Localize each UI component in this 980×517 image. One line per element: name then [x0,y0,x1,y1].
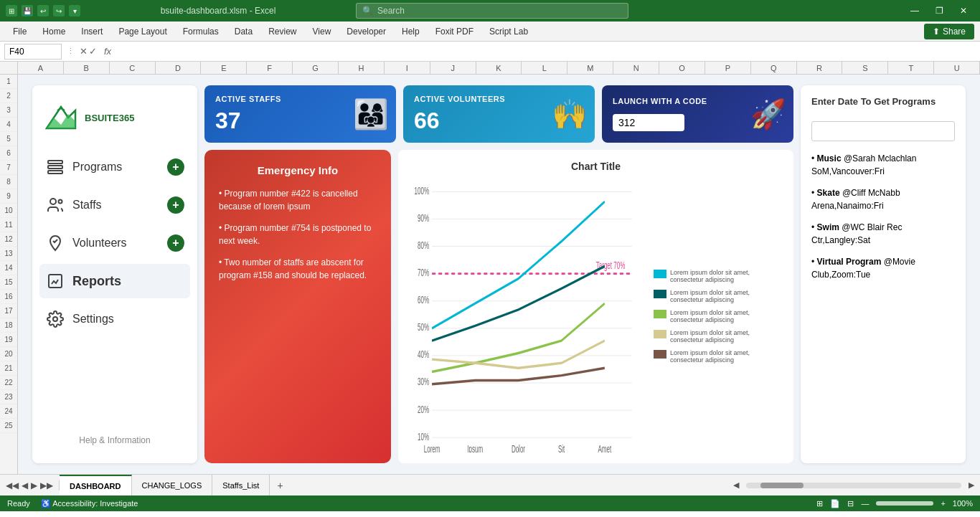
row-4[interactable]: 4 [0,118,17,132]
menu-review[interactable]: Review [261,24,303,39]
sidebar-item-staffs[interactable]: Staffs + [39,188,190,222]
row-23[interactable]: 23 [0,390,17,404]
menu-developer[interactable]: Developer [339,24,393,39]
sidebar-item-volunteers[interactable]: Volunteers + [39,226,190,260]
horizontal-scrollbar[interactable] [746,483,961,488]
row-11[interactable]: 11 [0,218,17,232]
sheet-staffs-list[interactable]: Staffs_List [212,475,270,495]
row-5[interactable]: 5 [0,132,17,146]
sheet-nav-last[interactable]: ▶▶ [40,480,53,490]
save-icon[interactable]: 💾 [22,5,33,16]
zoom-slider[interactable] [876,501,933,506]
col-g[interactable]: G [293,62,339,74]
sheet-nav-first[interactable]: ◀◀ [6,480,19,490]
zoom-out-icon[interactable]: — [861,499,869,508]
col-r[interactable]: R [797,62,843,74]
col-d[interactable]: D [156,62,202,74]
col-o[interactable]: O [659,62,705,74]
col-m[interactable]: M [567,62,613,74]
menu-view[interactable]: View [306,24,339,39]
sidebar-item-programs[interactable]: Programs + [39,150,190,184]
menu-formulas[interactable]: Formulas [176,24,226,39]
customize-icon[interactable]: ▾ [69,5,80,16]
row-20[interactable]: 20 [0,347,17,361]
col-i[interactable]: I [385,62,430,74]
col-t[interactable]: T [888,62,934,74]
scrollbar-left-icon[interactable]: ◀ [733,480,739,490]
menu-data[interactable]: Data [227,24,260,39]
col-h[interactable]: H [339,62,385,74]
row-10[interactable]: 10 [0,204,17,218]
row-1[interactable]: 1 [0,75,17,89]
view-normal-icon[interactable]: ⊞ [816,499,823,508]
sheet-nav-next[interactable]: ▶ [31,480,37,490]
col-f[interactable]: F [247,62,293,74]
search-bar[interactable]: 🔍 Search [356,3,628,19]
col-c[interactable]: C [110,62,156,74]
name-box[interactable]: F40 [4,44,62,60]
col-e[interactable]: E [201,62,247,74]
row-16[interactable]: 16 [0,290,17,304]
menu-page-layout[interactable]: Page Layout [111,24,174,39]
row-15[interactable]: 15 [0,275,17,290]
row-7[interactable]: 7 [0,161,17,175]
menu-foxit[interactable]: Foxit PDF [428,24,481,39]
menu-scriptlab[interactable]: Script Lab [482,24,535,39]
scrollbar-right-icon[interactable]: ▶ [969,480,974,490]
close-button[interactable]: ✕ [953,4,974,18]
undo-icon[interactable]: ↩ [37,5,49,16]
maximize-button[interactable]: ❐ [928,4,950,18]
staffs-add-button[interactable]: + [167,196,184,214]
row-9[interactable]: 9 [0,189,17,204]
menu-file[interactable]: File [6,24,34,39]
menu-insert[interactable]: Insert [74,24,110,39]
confirm-formula-icon[interactable]: ✓ [89,46,97,57]
launch-code-input[interactable] [613,114,684,131]
row-2[interactable]: 2 [0,89,17,103]
sidebar-item-settings[interactable]: Settings [39,302,190,336]
view-pagebreak-icon[interactable]: ⊟ [847,499,854,508]
row-19[interactable]: 19 [0,333,17,347]
formula-input[interactable] [118,44,976,60]
row-17[interactable]: 17 [0,304,17,318]
row-22[interactable]: 22 [0,376,17,390]
col-u[interactable]: U [934,62,980,74]
col-j[interactable]: J [430,62,476,74]
volunteers-add-button[interactable]: + [167,234,184,252]
sheet-add-button[interactable]: + [270,477,290,494]
share-button[interactable]: ⬆ Share [924,24,974,39]
row-8[interactable]: 8 [0,175,17,189]
sheet-nav-prev[interactable]: ◀ [22,480,28,490]
row-14[interactable]: 14 [0,261,17,275]
col-a[interactable]: A [18,62,64,74]
row-13[interactable]: 13 [0,247,17,261]
row-21[interactable]: 21 [0,361,17,376]
sheet-change-logs[interactable]: CHANGE_LOGS [132,475,213,495]
menu-help[interactable]: Help [395,24,427,39]
minimize-button[interactable]: — [904,4,925,18]
col-s[interactable]: S [842,62,888,74]
row-3[interactable]: 3 [0,103,17,118]
col-n[interactable]: N [613,62,659,74]
row-6[interactable]: 6 [0,146,17,161]
col-k[interactable]: K [476,62,522,74]
row-12[interactable]: 12 [0,232,17,247]
expand-icon[interactable]: ⋮ [65,47,77,56]
view-layout-icon[interactable]: 📄 [830,499,840,508]
enter-date-input[interactable] [811,121,955,141]
programs-add-button[interactable]: + [167,158,184,176]
cancel-formula-icon[interactable]: ✕ [80,46,88,57]
row-18[interactable]: 18 [0,318,17,333]
sheet-dashboard[interactable]: DASHBOARD [60,475,132,495]
col-b[interactable]: B [64,62,110,74]
row-24[interactable]: 24 [0,404,17,419]
menu-home[interactable]: Home [35,24,72,39]
row-25[interactable]: 25 [0,419,17,433]
help-info[interactable]: Help & Information [39,428,190,452]
col-p[interactable]: P [705,62,751,74]
col-l[interactable]: L [522,62,567,74]
zoom-in-icon[interactable]: + [941,499,945,508]
sidebar-item-reports[interactable]: Reports [39,264,190,298]
redo-icon[interactable]: ↪ [53,5,65,16]
col-q[interactable]: Q [751,62,797,74]
